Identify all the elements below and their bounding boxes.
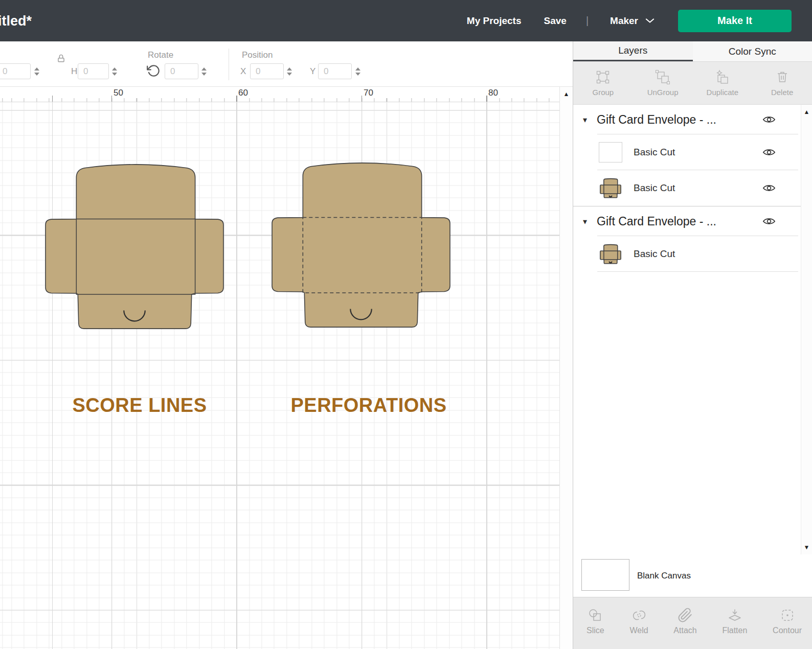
slice-button[interactable]: Slice <box>587 608 604 635</box>
slice-icon <box>588 608 603 623</box>
position-x-stepper[interactable] <box>285 63 294 79</box>
blank-canvas-label: Blank Canvas <box>637 571 691 581</box>
width-input[interactable]: 0 <box>0 63 31 79</box>
rotate-icon[interactable] <box>147 64 161 78</box>
layer-group-1: ▾ Gift Card Envelope - ... Basic Cut Bas… <box>573 105 801 206</box>
layer-thumbnail-envelope <box>599 178 622 198</box>
topbar-actions: My Projects Save | Maker Make It <box>467 0 792 41</box>
envelope-score-lines-object[interactable] <box>43 157 225 334</box>
group-button[interactable]: Group <box>573 62 633 104</box>
contour-label: Contour <box>773 626 802 635</box>
save-button[interactable]: Save <box>544 15 567 27</box>
weld-button[interactable]: Weld <box>629 608 648 635</box>
score-lines-caption[interactable]: SCORE LINES <box>72 395 207 416</box>
make-it-button[interactable]: Make It <box>678 10 792 32</box>
lock-aspect-ratio-button[interactable] <box>56 54 66 63</box>
machine-selector[interactable]: Maker <box>610 15 655 27</box>
ruler-major-ticks <box>0 96 559 102</box>
topbar-divider: | <box>586 15 589 27</box>
visibility-eye-icon[interactable] <box>762 184 776 193</box>
collapse-arrow-icon[interactable]: ▾ <box>577 115 593 125</box>
layer-name: Basic Cut <box>634 147 675 158</box>
edit-toolbar: 0 H 0 Rotate 0 Position X 0 Y 0 <box>0 41 573 87</box>
group-icon <box>595 69 611 85</box>
collapse-arrow-icon[interactable]: ▾ <box>577 217 593 226</box>
attach-icon <box>678 608 693 623</box>
flatten-icon <box>727 608 742 623</box>
weld-icon <box>631 608 647 623</box>
tab-layers[interactable]: Layers <box>573 41 693 61</box>
blank-canvas-row[interactable]: Blank Canvas <box>573 554 812 597</box>
attach-label: Attach <box>673 626 696 635</box>
layer-row[interactable]: Basic Cut <box>573 236 801 272</box>
canvas-scrollbar[interactable]: ▲ <box>559 87 573 649</box>
layers-list: ▾ Gift Card Envelope - ... Basic Cut Bas… <box>573 105 801 272</box>
topbar: itled* My Projects Save | Maker Make It <box>0 0 812 41</box>
visibility-eye-icon[interactable] <box>762 148 776 157</box>
blank-canvas-thumbnail <box>581 559 629 591</box>
layer-actions-toolbar: Group UnGroup Duplicate Delete <box>573 62 812 105</box>
height-input[interactable]: 0 <box>78 63 109 79</box>
chevron-down-icon <box>645 18 655 24</box>
slice-label: Slice <box>587 626 604 635</box>
ungroup-button[interactable]: UnGroup <box>633 62 693 104</box>
envelope-perforations-object[interactable] <box>270 156 452 333</box>
panel-scrollbar[interactable]: ▲ ▼ <box>801 105 812 554</box>
scroll-down-icon[interactable]: ▼ <box>801 544 812 550</box>
toolbar-divider <box>229 49 229 80</box>
scroll-up-icon[interactable]: ▲ <box>560 91 573 97</box>
ungroup-icon <box>655 69 670 85</box>
layer-name: Basic Cut <box>634 248 675 260</box>
panel-tabs: Layers Color Sync <box>573 41 812 62</box>
y-label: Y <box>310 66 315 77</box>
visibility-eye-icon[interactable] <box>762 217 776 226</box>
flatten-button[interactable]: Flatten <box>722 608 747 635</box>
layer-row[interactable]: Basic Cut <box>573 170 801 206</box>
perforations-caption[interactable]: PERFORATIONS <box>290 395 446 416</box>
document-title[interactable]: itled* <box>0 13 32 29</box>
panel-bottom-toolbar: Slice Weld Attach Flatten Contour <box>573 597 812 649</box>
flatten-label: Flatten <box>722 626 747 635</box>
layer-group-2: ▾ Gift Card Envelope - ... Basic Cut <box>573 206 801 272</box>
delete-label: Delete <box>771 88 793 97</box>
layer-group-header[interactable]: ▾ Gift Card Envelope - ... <box>573 206 801 236</box>
ungroup-label: UnGroup <box>647 88 679 97</box>
group-label: Group <box>593 88 614 97</box>
rotate-label: Rotate <box>148 50 173 60</box>
height-label: H <box>71 66 77 77</box>
my-projects-button[interactable]: My Projects <box>467 15 522 27</box>
ruler: 50 60 70 80 <box>0 87 559 102</box>
layer-name: Basic Cut <box>634 182 675 194</box>
duplicate-button[interactable]: Duplicate <box>693 62 753 104</box>
machine-name: Maker <box>610 15 638 27</box>
width-stepper[interactable] <box>33 63 41 79</box>
layers-panel: Layers Color Sync Group UnGroup Duplicat… <box>573 41 812 649</box>
position-x-input[interactable]: 0 <box>250 63 284 79</box>
position-label: Position <box>242 50 273 60</box>
visibility-eye-icon[interactable] <box>762 115 776 124</box>
delete-button[interactable]: Delete <box>752 62 812 104</box>
layer-thumbnail-blank <box>599 142 622 163</box>
duplicate-icon <box>715 69 730 85</box>
rotate-stepper[interactable] <box>200 63 208 79</box>
duplicate-label: Duplicate <box>707 88 739 97</box>
rotate-input[interactable]: 0 <box>165 63 198 79</box>
height-stepper[interactable] <box>110 63 119 79</box>
position-y-input[interactable]: 0 <box>318 63 352 79</box>
tab-color-sync[interactable]: Color Sync <box>693 41 812 61</box>
delete-icon <box>775 69 790 85</box>
design-canvas[interactable]: SCORE LINES PERFORATIONS <box>0 102 559 649</box>
scroll-up-icon[interactable]: ▲ <box>801 109 812 115</box>
weld-label: Weld <box>629 626 648 635</box>
layer-thumbnail-envelope <box>599 244 622 264</box>
x-label: X <box>240 66 246 77</box>
contour-icon <box>780 608 795 623</box>
contour-button[interactable]: Contour <box>773 608 802 635</box>
layer-group-header[interactable]: ▾ Gift Card Envelope - ... <box>573 105 801 134</box>
layer-row[interactable]: Basic Cut <box>573 134 801 170</box>
position-y-stepper[interactable] <box>354 63 362 79</box>
attach-button[interactable]: Attach <box>673 608 696 635</box>
